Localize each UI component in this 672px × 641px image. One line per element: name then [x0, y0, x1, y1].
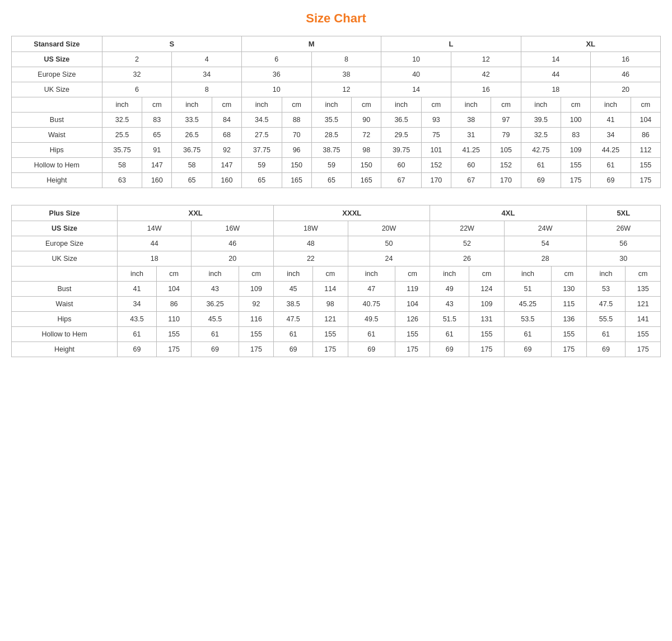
row-label: Hips [12, 312, 118, 327]
unit-cm-3: cm [282, 97, 311, 113]
cell-value: 69 [430, 342, 469, 357]
cell-value: 49.5 [348, 312, 395, 327]
cell-value: 41 [118, 282, 157, 297]
cell-value: 29.5 [381, 128, 422, 143]
row-label: Height [12, 342, 118, 357]
cell-value: 155 [313, 327, 348, 342]
cell-value: 147 [142, 158, 172, 173]
table-row: Height6316065160651656516567170671706917… [12, 173, 661, 188]
4xl-group-header: 4XL [430, 205, 586, 221]
eu-38: 38 [311, 67, 381, 82]
plus-uk-26: 26 [430, 251, 504, 266]
cell-value: 58 [102, 158, 142, 173]
cell-value: 101 [421, 143, 451, 158]
cell-value: 67 [451, 173, 491, 188]
cell-value: 110 [156, 312, 192, 327]
cell-value: 150 [282, 158, 311, 173]
uk-12: 12 [311, 82, 381, 97]
cell-value: 175 [561, 173, 591, 188]
cell-value: 42.75 [521, 143, 561, 158]
cell-value: 155 [156, 327, 192, 342]
page-title: Size Chart [11, 11, 661, 26]
plus-eu-44: 44 [118, 236, 192, 251]
cell-value: 27.5 [241, 128, 282, 143]
unit-empty [12, 97, 102, 113]
row-label: Bust [12, 113, 102, 128]
unit-cm-8: cm [631, 97, 660, 113]
cell-value: 86 [631, 128, 660, 143]
eu-36: 36 [241, 67, 311, 82]
unit-cm-6: cm [491, 97, 521, 113]
plus-unit-inch-5: inch [430, 266, 469, 282]
cell-value: 105 [491, 143, 521, 158]
cell-value: 60 [381, 158, 422, 173]
plus-uk-20: 20 [192, 251, 274, 266]
cell-value: 47 [348, 282, 395, 297]
cell-value: 155 [469, 327, 505, 342]
unit-cm-1: cm [142, 97, 172, 113]
plus-unit-cm-6: cm [552, 266, 587, 282]
cell-value: 79 [491, 128, 521, 143]
cell-value: 43 [430, 297, 469, 312]
cell-value: 152 [491, 158, 521, 173]
plus-us-22w: 22W [430, 221, 504, 236]
cell-value: 98 [352, 143, 381, 158]
cell-value: 26.5 [172, 128, 212, 143]
plus-us-18w: 18W [274, 221, 348, 236]
cell-value: 55.5 [586, 312, 626, 327]
plus-uk-24: 24 [348, 251, 430, 266]
us-6: 6 [241, 52, 311, 67]
plus-uk-22: 22 [274, 251, 348, 266]
plus-unit-cm-1: cm [156, 266, 192, 282]
unit-inch-1: inch [102, 97, 142, 113]
cell-value: 155 [395, 327, 430, 342]
cell-value: 65 [311, 173, 352, 188]
row-label: Waist [12, 297, 118, 312]
cell-value: 165 [282, 173, 311, 188]
unit-inch-3: inch [241, 97, 282, 113]
cell-value: 90 [352, 113, 381, 128]
cell-value: 86 [156, 297, 192, 312]
cell-value: 104 [631, 113, 660, 128]
cell-value: 126 [395, 312, 430, 327]
eu-32: 32 [102, 67, 172, 82]
cell-value: 91 [142, 143, 172, 158]
cell-value: 69 [591, 173, 631, 188]
cell-value: 32.5 [102, 113, 142, 128]
table-row: Hollow to Hem611556115561155611556115561… [12, 327, 661, 342]
s-group-header: S [102, 36, 241, 52]
plus-unit-empty [12, 266, 118, 282]
table-row: Height6917569175691756917569175691756917… [12, 342, 661, 357]
cell-value: 39.5 [521, 113, 561, 128]
cell-value: 100 [561, 113, 591, 128]
unit-inch-4: inch [311, 97, 352, 113]
cell-value: 63 [102, 173, 142, 188]
uk-size-label: UK Size [12, 82, 102, 97]
standard-size-table-wrapper: Stansard Size S M L XL US Size 2 4 6 8 1… [11, 36, 661, 188]
xxl-group-header: XXL [118, 205, 274, 221]
unit-cm-5: cm [421, 97, 451, 113]
eu-44: 44 [521, 67, 591, 82]
cell-value: 83 [561, 128, 591, 143]
cell-value: 61 [430, 327, 469, 342]
cell-value: 114 [313, 282, 348, 297]
us-2: 2 [102, 52, 172, 67]
cell-value: 67 [381, 173, 422, 188]
us-14: 14 [521, 52, 591, 67]
cell-value: 152 [421, 158, 451, 173]
cell-value: 119 [395, 282, 430, 297]
uk-10: 10 [241, 82, 311, 97]
cell-value: 61 [192, 327, 239, 342]
us-12: 12 [451, 52, 521, 67]
cell-value: 59 [241, 158, 282, 173]
cell-value: 44.25 [591, 143, 631, 158]
cell-value: 121 [313, 312, 348, 327]
plus-eu-50: 50 [348, 236, 430, 251]
plus-uk-size-label: UK Size [12, 251, 118, 266]
plus-unit-inch-4: inch [348, 266, 395, 282]
cell-value: 116 [239, 312, 274, 327]
cell-value: 41.25 [451, 143, 491, 158]
cell-value: 115 [552, 297, 587, 312]
cell-value: 53.5 [504, 312, 551, 327]
europe-size-label: Europe Size [12, 67, 102, 82]
